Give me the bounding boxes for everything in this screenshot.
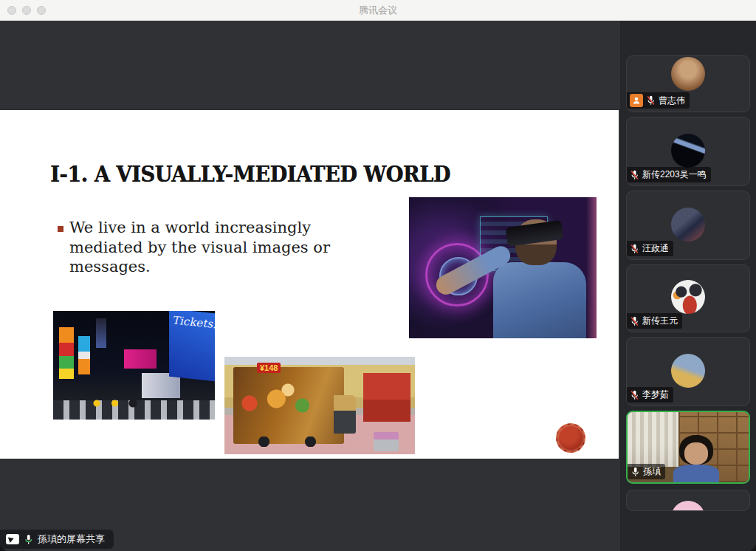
muted-mic-icon <box>630 390 639 400</box>
curtains <box>628 412 678 467</box>
denim-jacket <box>493 262 586 338</box>
truck-wheels <box>254 437 320 447</box>
vr-person <box>490 213 586 338</box>
food-truck-photo: ¥148 <box>224 357 415 454</box>
participant-name: 李梦茹 <box>642 389 669 401</box>
participant-tile[interactable]: 新传2203吴一鸣 <box>626 117 750 186</box>
price-tag: ¥148 <box>257 363 281 373</box>
participant-tile[interactable]: 汪政通 <box>626 191 750 260</box>
muted-mic-icon <box>630 316 639 326</box>
slide-title: I-1. A VISUALLY-MEDIATED WORLD <box>50 162 450 187</box>
screen-share-icon <box>6 534 19 544</box>
vr-headset-photo <box>409 197 597 338</box>
participant-name: 新传王元 <box>642 315 678 327</box>
avatar <box>671 280 705 314</box>
muted-mic-icon <box>630 244 639 254</box>
participant-name: 孫瑱 <box>643 465 661 478</box>
billboard-strip <box>78 336 90 374</box>
avatar <box>671 354 705 388</box>
taxi-lights <box>92 399 143 408</box>
traffic-lights[interactable] <box>7 0 46 21</box>
times-square-photo: Tickets. <box>53 311 215 420</box>
minimize-window-icon[interactable] <box>22 6 31 15</box>
billboard-strip <box>59 327 74 379</box>
building-silhouette <box>96 318 106 348</box>
presentation-slide: I-1. A VISUALLY-MEDIATED WORLD We live i… <box>0 110 619 459</box>
truck-cab <box>334 395 356 434</box>
participant-name: 汪政通 <box>642 242 669 255</box>
muted-mic-icon <box>646 95 656 106</box>
bullet-marker <box>58 226 63 232</box>
participant-tile-partial[interactable] <box>626 490 750 511</box>
speaker-person <box>673 435 719 482</box>
avatar <box>671 134 705 168</box>
role-badge <box>630 94 643 107</box>
muted-mic-icon <box>630 170 639 180</box>
avatar <box>671 57 705 91</box>
participant-name: 曹志伟 <box>659 95 685 107</box>
bullet-text: We live in a world increasingly mediated… <box>69 218 342 277</box>
meeting-window: 腾讯会议 I-1. A VISUALLY-MEDIATED WORLD We l… <box>0 0 756 551</box>
avatar <box>671 208 705 242</box>
truck-ad-art <box>230 379 326 423</box>
pink-rim-light <box>586 197 597 338</box>
active-mic-icon <box>630 467 640 477</box>
participant-tile[interactable]: 新传王元 <box>626 264 750 332</box>
microphone-icon <box>24 534 33 545</box>
pink-billboard <box>124 349 157 369</box>
tickets-billboard: Tickets. <box>169 311 215 381</box>
blue-shirt <box>673 465 719 484</box>
window-title: 腾讯会议 <box>0 4 756 17</box>
bullet-item: We live in a world increasingly mediated… <box>58 218 342 277</box>
red-seal-stamp <box>556 423 585 453</box>
participant-name: 新传2203吴一鸣 <box>642 168 707 181</box>
shared-screen-area: I-1. A VISUALLY-MEDIATED WORLD We live i… <box>0 21 620 551</box>
zoom-window-icon[interactable] <box>37 6 46 15</box>
storefront-awning <box>363 373 410 422</box>
close-window-icon[interactable] <box>7 6 16 15</box>
participant-tile[interactable]: 李梦茹 <box>626 337 750 406</box>
flower-planter <box>374 432 399 451</box>
person-face <box>684 442 708 465</box>
person-icon <box>632 96 641 105</box>
participants-panel[interactable]: 曹志伟 新传2203吴一鸣 汪政通 <box>620 21 756 551</box>
titlebar: 腾讯会议 <box>0 0 756 21</box>
screen-share-label: 孫瑱的屏幕共享 <box>38 533 105 546</box>
participant-tile[interactable]: 曹志伟 <box>626 55 750 112</box>
avatar <box>671 501 705 511</box>
participant-tile-active-speaker[interactable]: 孫瑱 <box>626 411 750 484</box>
screen-share-banner: 孫瑱的屏幕共享 <box>0 530 114 549</box>
